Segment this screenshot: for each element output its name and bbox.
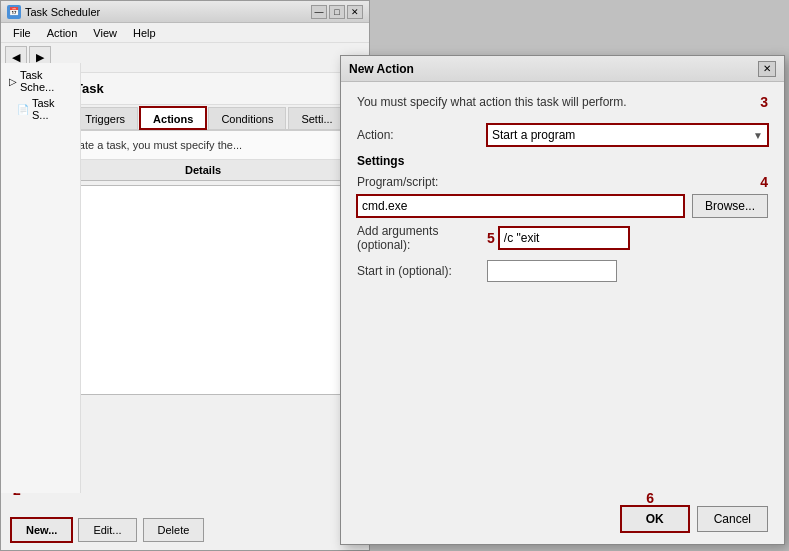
window-controls: — □ ✕ (311, 5, 363, 19)
program-section: Program/script: 4 Browse... (357, 174, 768, 218)
program-label: Program/script: (357, 175, 438, 189)
main-window: 📅 Task Scheduler — □ ✕ File Action View … (0, 0, 370, 551)
arguments-row: Add arguments (optional): 5 (357, 224, 768, 252)
new-action-dialog: New Action ✕ You must specify what actio… (340, 55, 785, 545)
settings-section: Settings Program/script: 4 Browse... Add… (357, 154, 768, 282)
tab-actions[interactable]: Actions (140, 107, 206, 129)
title-bar: 📅 Task Scheduler — □ ✕ (1, 1, 369, 23)
new-button[interactable]: New... (11, 518, 72, 542)
column-details: Details (185, 164, 359, 176)
step-6-badge: 6 (646, 490, 654, 506)
dialog-title-bar: New Action ✕ (341, 56, 784, 82)
action-select-value: Start a program (492, 128, 575, 142)
dialog-body: You must specify what action this task w… (341, 82, 784, 304)
menu-bar: File Action View Help (1, 23, 369, 43)
dialog-description: You must specify what action this task w… (357, 95, 627, 109)
tree-item-scheduler[interactable]: ▷ Task Sche... (5, 67, 76, 95)
action-select[interactable]: Start a program ▼ (487, 124, 768, 146)
step-5-badge: 5 (487, 230, 495, 246)
menu-help[interactable]: Help (125, 25, 164, 41)
close-button[interactable]: ✕ (347, 5, 363, 19)
window-title: Task Scheduler (25, 6, 311, 18)
start-in-row: Start in (optional): (357, 260, 768, 282)
action-row: Action: Start a program ▼ (357, 124, 768, 146)
edit-button[interactable]: Edit... (78, 518, 136, 542)
app-icon: 📅 (7, 5, 21, 19)
menu-action[interactable]: Action (39, 25, 86, 41)
tree-panel: ▷ Task Sche... 📄 Task S... (1, 63, 81, 493)
step-4-badge: 4 (760, 174, 768, 190)
start-in-input[interactable] (487, 260, 617, 282)
ok-button[interactable]: OK (621, 506, 689, 532)
tab-conditions[interactable]: Conditions (208, 107, 286, 129)
settings-heading: Settings (357, 154, 768, 168)
minimize-button[interactable]: — (311, 5, 327, 19)
tab-settings[interactable]: Setti... (288, 107, 345, 129)
delete-button[interactable]: Delete (143, 518, 205, 542)
arguments-label: Add arguments (optional): (357, 224, 487, 252)
tree-item-task[interactable]: 📄 Task S... (5, 95, 76, 123)
dialog-close-button[interactable]: ✕ (758, 61, 776, 77)
action-label: Action: (357, 128, 487, 142)
dropdown-arrow-icon: ▼ (753, 130, 763, 141)
menu-view[interactable]: View (85, 25, 125, 41)
dialog-title: New Action (349, 62, 758, 76)
cancel-button[interactable]: Cancel (697, 506, 768, 532)
bottom-buttons: New... Edit... Delete (11, 518, 204, 542)
dialog-footer: OK Cancel (621, 506, 768, 532)
tab-triggers[interactable]: Triggers (72, 107, 138, 129)
program-input[interactable] (357, 195, 684, 217)
menu-file[interactable]: File (5, 25, 39, 41)
start-in-label: Start in (optional): (357, 264, 487, 278)
arguments-input[interactable] (499, 227, 629, 249)
step-3-badge: 3 (760, 94, 768, 110)
program-input-row: Browse... (357, 194, 768, 218)
browse-button[interactable]: Browse... (692, 194, 768, 218)
maximize-button[interactable]: □ (329, 5, 345, 19)
